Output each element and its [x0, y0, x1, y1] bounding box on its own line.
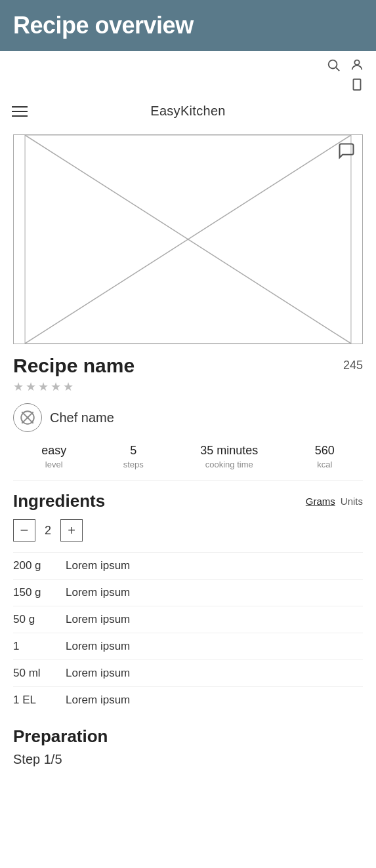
phone-wrapper: Recipe overview	[0, 0, 376, 868]
ingredient-amount: 200 g	[13, 559, 66, 572]
stat-steps-value: 5	[130, 444, 136, 458]
star-rating: ★ ★ ★ ★ ★	[13, 380, 363, 394]
ingredient-amount: 1	[13, 640, 66, 653]
quantity-value: 2	[45, 524, 51, 538]
svg-point-2	[354, 60, 359, 65]
ingredient-amount: 50 ml	[13, 667, 66, 680]
ingredient-name: Lorem ipsum	[66, 667, 130, 680]
top-icons-row	[0, 51, 376, 94]
star-4[interactable]: ★	[51, 380, 61, 394]
chef-row: Chef name	[13, 403, 363, 432]
stat-time-value: 35 minutes	[200, 444, 258, 458]
preparation-section: Preparation Step 1/5	[0, 713, 376, 767]
page-title: Recipe overview	[13, 12, 363, 39]
app-name: EasyKitchen	[150, 104, 225, 119]
svg-rect-3	[354, 79, 361, 90]
stat-level-label: level	[45, 460, 63, 469]
decrement-button[interactable]: −	[13, 519, 35, 542]
ingredient-list: 200 g Lorem ipsum 150 g Lorem ipsum 50 g…	[13, 552, 363, 713]
stat-kcal-label: kcal	[317, 460, 332, 469]
nav-bar: EasyKitchen	[0, 94, 376, 128]
bookmark-icon[interactable]	[350, 77, 364, 94]
stat-time: 35 minutes cooking time	[200, 444, 258, 469]
ingredients-title: Ingredients	[13, 491, 105, 511]
ingredient-item: 50 g Lorem ipsum	[13, 606, 363, 633]
star-1[interactable]: ★	[13, 380, 24, 394]
ingredients-header: Ingredients Grams Units	[13, 491, 363, 511]
stat-kcal: 560 kcal	[315, 444, 335, 469]
ingredient-amount: 150 g	[13, 586, 66, 599]
preparation-title: Preparation	[13, 726, 363, 747]
ingredients-section: Ingredients Grams Units − 2 + 200 g Lore…	[0, 481, 376, 713]
ingredient-name: Lorem ipsum	[66, 640, 130, 653]
star-3[interactable]: ★	[38, 380, 49, 394]
stat-time-label: cooking time	[205, 460, 253, 469]
recipe-kcal: 245	[343, 355, 363, 372]
recipe-image	[13, 134, 363, 344]
recipe-name: Recipe name	[13, 355, 135, 377]
recipe-info: Recipe name 245 ★ ★ ★ ★ ★ Chef name	[0, 344, 376, 481]
ingredient-item: 50 ml Lorem ipsum	[13, 660, 363, 686]
ingredient-item: 200 g Lorem ipsum	[13, 552, 363, 579]
svg-line-1	[336, 68, 339, 71]
hamburger-menu[interactable]	[12, 106, 28, 117]
ingredient-item: 1 EL Lorem ipsum	[13, 686, 363, 713]
ingredient-name: Lorem ipsum	[66, 586, 130, 599]
recipe-header: Recipe name 245	[13, 355, 363, 377]
star-5[interactable]: ★	[63, 380, 73, 394]
person-icon[interactable]	[350, 58, 364, 75]
unit-toggle: Grams Units	[306, 496, 363, 507]
increment-button[interactable]: +	[60, 519, 83, 542]
stat-steps-label: steps	[123, 460, 144, 469]
ingredient-name: Lorem ipsum	[66, 613, 130, 626]
svg-point-0	[329, 60, 337, 69]
quantity-stepper-row: − 2 +	[13, 519, 363, 542]
person-bookmark-col	[350, 58, 364, 94]
title-bar: Recipe overview	[0, 0, 376, 51]
step-label: Step 1/5	[13, 752, 363, 767]
stats-row: easy level 5 steps 35 minutes cooking ti…	[13, 444, 363, 481]
stat-steps: 5 steps	[123, 444, 144, 469]
ingredient-item: 150 g Lorem ipsum	[13, 579, 363, 606]
ingredient-amount: 1 EL	[13, 694, 66, 707]
unit-units[interactable]: Units	[341, 496, 363, 507]
chef-name: Chef name	[50, 410, 114, 425]
recipe-share-icon[interactable]	[337, 142, 356, 163]
ingredient-name: Lorem ipsum	[66, 694, 130, 707]
stat-kcal-value: 560	[315, 444, 335, 458]
stat-level-value: easy	[41, 444, 66, 458]
ingredient-amount: 50 g	[13, 613, 66, 626]
ingredient-item: 1 Lorem ipsum	[13, 633, 363, 660]
chef-avatar[interactable]	[13, 403, 42, 432]
ingredient-name: Lorem ipsum	[66, 559, 130, 572]
star-2[interactable]: ★	[26, 380, 36, 394]
unit-grams[interactable]: Grams	[306, 496, 335, 507]
search-icon[interactable]	[326, 58, 341, 75]
stat-level: easy level	[41, 444, 66, 469]
